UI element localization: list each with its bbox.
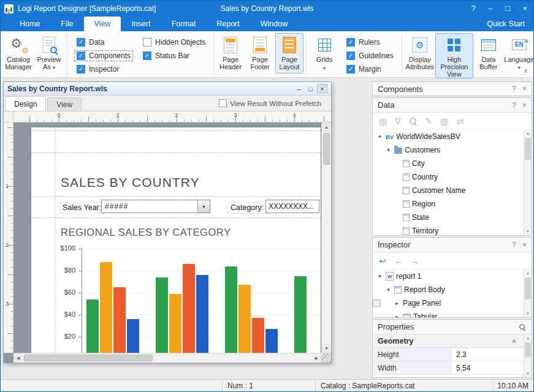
query-icon[interactable]: ▤	[379, 117, 387, 126]
maximize-button[interactable]: □	[499, 1, 516, 17]
data-panel-scrollbar[interactable]	[524, 130, 532, 235]
switch-icon[interactable]: ⇄	[457, 117, 464, 126]
ribbon-collapse-button[interactable]	[524, 67, 528, 74]
prefetch-checkbox[interactable]: View Result Without Prefetch	[219, 96, 321, 111]
scroll-down-button[interactable]	[524, 228, 532, 235]
grids-button[interactable]: Grids	[309, 33, 340, 74]
report-title[interactable]: SALES BY COUNTRY	[61, 175, 199, 190]
page-footer-button[interactable]: Page Footer	[246, 33, 274, 74]
chart-section-title[interactable]: REGIONAL SALES BY CATEGORY	[61, 227, 231, 238]
components-help-button[interactable]: ?	[512, 85, 516, 93]
data-tree-item-state[interactable]: State	[373, 211, 524, 224]
inspector-panel-scrollbar[interactable]	[524, 270, 532, 317]
data-close-button[interactable]: ×	[522, 101, 527, 110]
checkbox-inspector[interactable]: Inspector	[75, 64, 132, 74]
checkbox[interactable]	[77, 38, 85, 47]
search-icon[interactable]	[409, 117, 418, 126]
properties-search-icon[interactable]	[519, 323, 526, 331]
high-precision-view-button[interactable]: High Precision View	[435, 33, 473, 78]
data-help-button[interactable]: ?	[512, 101, 516, 110]
checkbox[interactable]	[77, 51, 85, 60]
checkbox-status-bar[interactable]: Status Bar	[141, 51, 207, 61]
geometry-section-header[interactable]: Geometry	[373, 334, 532, 348]
collapse-icon[interactable]: ▾	[385, 147, 392, 153]
language-button[interactable]: EN Language	[504, 33, 534, 74]
data-tree-item-country[interactable]: Country	[373, 170, 524, 184]
data-tree-item-customers[interactable]: ▾Customers	[373, 143, 524, 157]
data-buffer-button[interactable]: Data Buffer	[473, 33, 504, 74]
scroll-up-button[interactable]	[524, 130, 532, 137]
scroll-thumb[interactable]	[24, 355, 153, 361]
close-button[interactable]: ×	[516, 1, 533, 17]
list-icon[interactable]: ▥	[440, 117, 448, 126]
menu-insert[interactable]: Insert	[121, 17, 161, 31]
display-attributes-button[interactable]: Display Attributes	[405, 33, 435, 74]
tab-view[interactable]: View	[47, 97, 82, 111]
report-page[interactable]: SALES BY COUNTRY Sales Year: ##### Categ…	[31, 127, 321, 353]
menu-file[interactable]: File	[50, 17, 83, 31]
checkbox[interactable]	[346, 51, 355, 60]
category-field[interactable]: XXXXXXXX...	[265, 200, 319, 213]
sales-year-value[interactable]: #####	[102, 202, 197, 211]
collapse-icon[interactable]: ▾	[376, 134, 383, 140]
components-close-button[interactable]: ×	[522, 85, 527, 93]
scroll-down-button[interactable]	[322, 344, 331, 353]
resize-grip[interactable]	[321, 353, 331, 363]
combo-dropdown-button[interactable]	[197, 200, 210, 213]
collapse-icon[interactable]: ▾	[385, 287, 392, 293]
help-button[interactable]: ?	[465, 1, 482, 17]
minimize-button[interactable]: –	[482, 1, 499, 17]
scroll-down-button[interactable]	[524, 310, 532, 317]
checkbox-guidelines[interactable]: Guidelines	[345, 51, 395, 61]
document-titlebar[interactable]: Sales by Country Report.wls – □ ×	[4, 82, 331, 96]
document-vertical-scrollbar[interactable]	[321, 123, 331, 353]
edit-icon[interactable]: ✎	[425, 117, 433, 126]
inspector-close-button[interactable]: ×	[522, 241, 527, 249]
checkbox[interactable]	[143, 38, 151, 47]
scroll-left-button[interactable]	[13, 353, 23, 363]
data-tree-item-customer-name[interactable]: Customer Name	[373, 184, 524, 197]
sales-year-label[interactable]: Sales Year:	[59, 202, 104, 214]
checkbox[interactable]	[143, 51, 151, 60]
checkbox[interactable]	[346, 38, 355, 47]
back-arrow-icon[interactable]: ←	[394, 257, 403, 265]
category-label[interactable]: Category:	[227, 202, 267, 214]
inspector-help-button[interactable]: ?	[512, 241, 516, 249]
collapse-section-icon[interactable]	[511, 339, 519, 343]
menu-home[interactable]: Home	[9, 17, 50, 31]
checkbox[interactable]	[219, 99, 227, 107]
data-tree-item-worldwidesalesbv[interactable]: ▾BVWorldWideSalesBV	[373, 130, 524, 143]
expand-icon[interactable]: ▸	[394, 314, 400, 317]
ribbon-overflow-button[interactable]: »	[524, 36, 528, 45]
menu-format[interactable]: Format	[161, 17, 207, 31]
document-maximize-button[interactable]: □	[305, 84, 316, 93]
chart-bars[interactable]	[86, 249, 321, 353]
catalog-manager-button[interactable]: Catalog Manager	[3, 33, 34, 74]
menu-view[interactable]: View	[84, 17, 121, 31]
dropdown-arrow-icon[interactable]	[323, 63, 326, 72]
inspector-tree-item-page-panel[interactable]: ▸Page Panel	[373, 296, 524, 310]
checkbox-components[interactable]: Components	[75, 51, 132, 61]
checkbox-rulers[interactable]: Rulers	[345, 37, 395, 47]
scroll-thumb[interactable]	[525, 138, 531, 160]
page-layout-button[interactable]: Page Layout	[275, 33, 303, 74]
menu-window[interactable]: Window	[250, 17, 298, 31]
collapse-icon[interactable]: ▾	[376, 273, 383, 279]
scroll-thumb[interactable]	[525, 277, 531, 300]
page-header-button[interactable]: Page Header	[216, 33, 245, 74]
menu-report[interactable]: Report	[206, 17, 250, 31]
data-tree-item-territory[interactable]: Territory	[373, 224, 524, 235]
inspector-tree-item-report-body[interactable]: ▾Report Body	[373, 283, 524, 296]
tab-design[interactable]: Design	[5, 96, 46, 111]
filter-icon[interactable]: ∇	[395, 117, 400, 126]
forward-arrow-icon[interactable]: →	[411, 257, 419, 265]
properties-panel-scrollbar[interactable]	[524, 334, 532, 377]
inspector-tree-item-tabular[interactable]: ▸Tabular	[373, 310, 524, 317]
document-horizontal-scrollbar[interactable]	[13, 353, 321, 363]
scroll-thumb[interactable]	[323, 133, 330, 165]
data-tree-item-region[interactable]: Region	[373, 197, 524, 211]
document-close-button[interactable]: ×	[317, 84, 327, 93]
scroll-up-button[interactable]	[524, 334, 532, 342]
scroll-right-button[interactable]	[312, 353, 321, 363]
data-tree-item-city[interactable]: City	[373, 157, 524, 170]
